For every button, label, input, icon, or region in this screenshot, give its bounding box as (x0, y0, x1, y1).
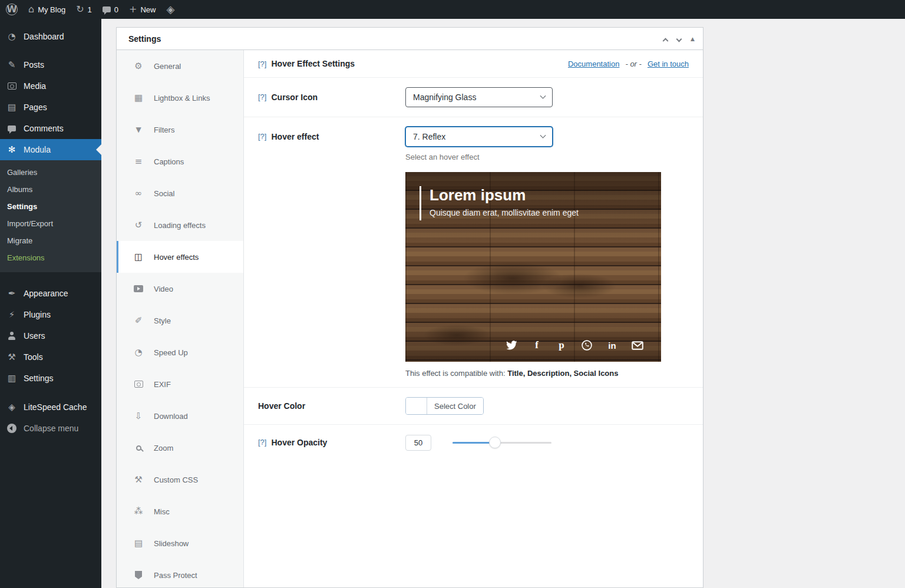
new-content-button[interactable]: + New (129, 5, 156, 14)
tab-captions[interactable]: ≡Captions (117, 146, 243, 177)
tab-social[interactable]: ∞Social (117, 177, 243, 209)
tab-pass-protect[interactable]: Pass Protect (117, 559, 243, 587)
media-camera-icon (6, 82, 18, 90)
help-icon[interactable]: [?] (258, 60, 266, 68)
hover-effect-select[interactable]: 7. Reflex (405, 127, 553, 147)
sidebar-item-posts[interactable]: ✎ Posts (0, 54, 101, 75)
settings-tabs: ⚙General ▦Lightbox & Links ▼Filters ≡Cap… (117, 50, 244, 587)
help-icon[interactable]: [?] (258, 87, 266, 107)
brush-icon: ✐ (133, 315, 144, 326)
tools-icon: ⚒ (6, 352, 18, 362)
tab-style[interactable]: ✐Style (117, 305, 243, 336)
tab-filters[interactable]: ▼Filters (117, 114, 243, 146)
sidebar-item-dashboard[interactable]: ◔ Dashboard (0, 26, 101, 47)
site-home-link[interactable]: ⌂ My Blog (28, 5, 65, 14)
update-count: 1 (88, 5, 92, 14)
sidebar-item-label: Comments (24, 124, 64, 133)
sidebar-item-plugins[interactable]: ⚡ Plugins (0, 304, 101, 325)
tab-exif[interactable]: EXIF (117, 368, 243, 400)
main-content-area: Settings ▲ ⚙General ▦Lightbox & Links ▼F… (101, 19, 905, 588)
sidebar-item-users[interactable]: Users (0, 325, 101, 346)
documentation-link[interactable]: Documentation (568, 60, 619, 68)
whatsapp-icon[interactable] (581, 339, 593, 351)
submenu-item-settings[interactable]: Settings (0, 198, 101, 215)
slider-handle[interactable] (489, 437, 501, 448)
tab-speed-up[interactable]: ◔Speed Up (117, 336, 243, 368)
pushpin-icon: ✎ (6, 60, 18, 70)
sidebar-item-modula[interactable]: ✻ Modula (0, 139, 101, 160)
comment-icon (103, 6, 111, 12)
tab-hover-effects[interactable]: ◫Hover effects (117, 241, 243, 273)
help-icon[interactable]: [?] (258, 434, 266, 451)
modula-adminbar-button[interactable]: ◈ (166, 4, 174, 15)
admin-sidebar: ◔ Dashboard ✎ Posts Media ▤ Pages Commen… (0, 19, 101, 588)
tab-loading-effects[interactable]: ↺Loading effects (117, 209, 243, 241)
linkedin-icon[interactable]: in (607, 339, 617, 351)
sidebar-item-pages[interactable]: ▤ Pages (0, 97, 101, 118)
tab-video[interactable]: Video (117, 273, 243, 305)
twitter-icon[interactable] (506, 339, 517, 351)
submenu-item-albums[interactable]: Albums (0, 181, 101, 198)
site-name: My Blog (38, 5, 65, 14)
email-icon[interactable] (632, 339, 643, 351)
get-in-touch-link[interactable]: Get in touch (648, 60, 689, 68)
compatibility-note: This effect is compatible with: Title, D… (405, 369, 661, 378)
sidebar-item-tools[interactable]: ⚒ Tools (0, 346, 101, 368)
tab-lightbox-links[interactable]: ▦Lightbox & Links (117, 82, 243, 114)
hover-effect-value: 7. Reflex (413, 132, 445, 141)
lightbox-icon: ▦ (133, 93, 144, 103)
link-icon: ∞ (133, 188, 144, 199)
tab-slideshow[interactable]: ▤Slideshow (117, 527, 243, 559)
camera-icon (133, 381, 144, 388)
comments-bubble-icon (6, 125, 18, 131)
hover-color-picker[interactable]: Select Color (405, 397, 484, 415)
preview-title: Lorem ipsum (430, 186, 579, 204)
submenu-item-import-export[interactable]: Import/Export (0, 215, 101, 232)
hover-effect-label: Hover effect (271, 127, 319, 147)
sidebar-item-label: Tools (24, 352, 43, 362)
chevron-down-icon (676, 37, 682, 42)
submenu-item-migrate[interactable]: Migrate (0, 232, 101, 249)
hover-color-label: Hover Color (258, 397, 305, 415)
sidebar-item-label: Dashboard (24, 32, 64, 41)
opacity-value-input[interactable] (405, 435, 431, 451)
submenu-item-extensions[interactable]: Extensions (0, 249, 101, 266)
section-header-row: [?] Hover Effect Settings Documentation … (244, 50, 703, 78)
pages-icon: ▤ (6, 102, 18, 113)
plus-icon: + (129, 5, 137, 14)
toggle-panel-button[interactable]: ▲ (691, 36, 695, 42)
tab-custom-css[interactable]: ⚒Custom CSS (117, 464, 243, 495)
collapse-arrow-icon (6, 424, 18, 433)
move-up-button[interactable] (663, 34, 668, 43)
sidebar-item-media[interactable]: Media (0, 75, 101, 97)
comments-button[interactable]: 0 (103, 5, 118, 14)
shield-icon (133, 571, 144, 579)
select-color-button[interactable]: Select Color (427, 398, 483, 414)
tab-zoom[interactable]: Zoom (117, 432, 243, 464)
cursor-icon-row: [?] Cursor Icon Magnifying Glass (244, 78, 703, 117)
cursor-icon-select[interactable]: Magnifying Glass (405, 87, 553, 107)
tab-misc[interactable]: ⁂Misc (117, 495, 243, 527)
sidebar-item-label: Modula (24, 145, 51, 154)
help-icon[interactable]: [?] (258, 127, 266, 147)
tab-general[interactable]: ⚙General (117, 50, 243, 82)
collapse-menu-button[interactable]: Collapse menu (0, 418, 101, 439)
loading-icon: ↺ (133, 220, 144, 230)
sidebar-item-settings[interactable]: ▥ Settings (0, 368, 101, 389)
hover-effect-helper: Select an hover effect (405, 153, 661, 161)
opacity-slider[interactable] (452, 437, 551, 448)
funnel-icon: ▼ (133, 125, 144, 134)
move-down-button[interactable] (677, 34, 681, 43)
section-title: Hover Effect Settings (271, 59, 355, 68)
updates-button[interactable]: ↻ 1 (76, 5, 92, 14)
facebook-icon[interactable]: f (531, 339, 542, 351)
sidebar-item-litespeed-cache[interactable]: ◈ LiteSpeed Cache (0, 397, 101, 418)
sidebar-item-appearance[interactable]: ✒ Appearance (0, 283, 101, 304)
sidebar-item-comments[interactable]: Comments (0, 118, 101, 139)
pinterest-icon[interactable]: p (556, 339, 567, 351)
submenu-item-galleries[interactable]: Galleries (0, 164, 101, 181)
tab-download[interactable]: ⇩Download (117, 400, 243, 432)
preview-social-icons: f p in (405, 339, 661, 351)
wordpress-menu-button[interactable]: W (6, 4, 18, 15)
hover-opacity-row: [?] Hover Opacity (244, 425, 703, 460)
